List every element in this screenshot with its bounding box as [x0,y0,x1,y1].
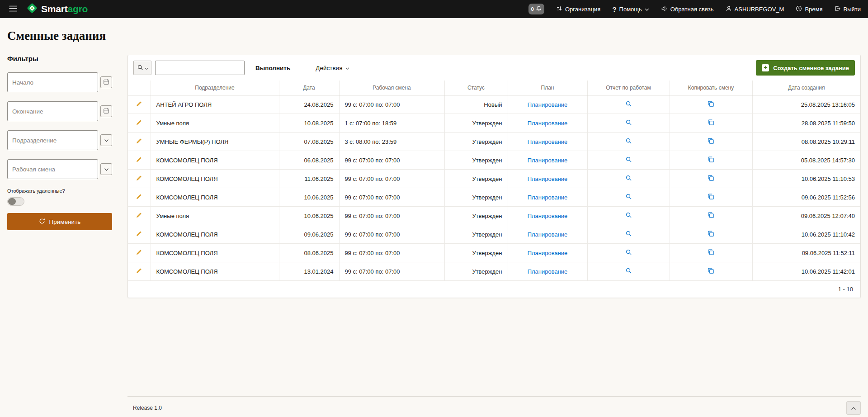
plan-link[interactable]: Планирование [528,157,568,164]
search-input[interactable] [155,61,245,75]
start-date-field [7,72,112,92]
edit-icon[interactable] [136,267,142,274]
page-title: Сменные задания [7,29,861,43]
work-shift-cell: 99 с: 07:00 по: 07:00 [339,170,444,188]
copy-shift-icon[interactable] [708,119,714,126]
plan-link[interactable]: Планирование [528,101,568,108]
copy-shift-icon[interactable] [708,230,714,237]
table-header-row: Подразделение Дата Рабочая смена Статус … [128,81,860,95]
chevron-down-icon [104,166,109,173]
report-search-icon[interactable] [625,249,632,256]
plan-link[interactable]: Планирование [528,175,568,182]
execute-button[interactable]: Выполнить [254,62,292,74]
report-search-icon[interactable] [625,212,632,218]
work-shift-select[interactable] [7,159,98,179]
copy-shift-icon[interactable] [708,100,714,107]
report-search-icon[interactable] [625,230,632,237]
edit-icon[interactable] [136,193,142,200]
table-row: КОМСОМОЛЕЦ ПОЛЯ 08.06.2025 99 с: 07:00 п… [128,244,860,262]
plan-link[interactable]: Планирование [528,138,568,145]
end-date-input[interactable] [7,101,98,121]
notification-count-badge: 0 [531,6,534,12]
smartagro-logo-icon [26,2,38,16]
edit-icon[interactable] [136,156,142,163]
shift-tasks-table: Подразделение Дата Рабочая смена Статус … [128,81,860,281]
report-search-icon[interactable] [625,193,632,200]
copy-shift-cell [670,95,752,114]
copy-shift-cell [670,244,752,262]
division-cell: КОМСОМОЛЕЦ ПОЛЯ [151,225,279,244]
copy-shift-icon[interactable] [708,193,714,200]
search-options-button[interactable] [133,61,151,75]
edit-cell [128,170,151,188]
report-search-icon[interactable] [625,100,632,107]
report-search-icon[interactable] [625,175,632,181]
report-search-icon[interactable] [625,156,632,163]
edit-cell [128,207,151,225]
column-header-created: Дата создания [752,81,860,95]
table-row: КОМСОМОЛЕЦ ПОЛЯ 09.06.2025 99 с: 07:00 п… [128,225,860,244]
work-shift-cell: 99 с: 07:00 по: 07:00 [339,95,444,114]
copy-shift-icon[interactable] [708,137,714,144]
work-report-cell [587,207,670,225]
edit-icon[interactable] [136,175,142,181]
time-button[interactable]: Время [796,5,822,13]
create-shift-task-button[interactable]: + Создать сменное задание [756,60,855,76]
scroll-to-top-button[interactable] [846,401,861,415]
logout-button[interactable]: Выйти [835,5,861,13]
work-shift-field [7,159,112,179]
copy-shift-icon[interactable] [708,249,714,256]
hamburger-menu-button[interactable] [7,4,19,15]
plan-link[interactable]: Планирование [528,194,568,201]
work-shift-select-button[interactable] [100,163,112,175]
end-date-picker-button[interactable] [100,105,112,117]
work-report-cell [587,170,670,188]
report-search-icon[interactable] [625,119,632,126]
plan-cell: Планирование [508,95,587,114]
copy-shift-icon[interactable] [708,212,714,218]
show-deleted-toggle[interactable] [7,197,24,206]
status-cell: Утвержден [444,114,508,133]
edit-icon[interactable] [136,119,142,126]
copy-shift-icon[interactable] [708,175,714,181]
table-row: КОМСОМОЛЕЦ ПОЛЯ 13.01.2024 99 с: 07:00 п… [128,262,860,281]
edit-icon[interactable] [136,249,142,256]
status-cell: Утвержден [444,151,508,170]
pagination: 1 - 10 [128,281,860,298]
organization-button[interactable]: Организация [556,5,600,13]
apply-filters-button[interactable]: Применить [7,213,112,230]
created-date-cell: 28.08.2025 11:59:50 [752,114,860,133]
start-date-picker-button[interactable] [100,76,112,88]
notifications-button[interactable]: 0 [528,4,544,14]
plan-link[interactable]: Планирование [528,231,568,238]
plan-link[interactable]: Планирование [528,250,568,256]
copy-shift-icon[interactable] [708,267,714,274]
date-cell: 10.06.2025 [279,207,339,225]
actions-menu-button[interactable]: Действия [314,62,351,74]
start-date-input[interactable] [7,72,98,92]
plan-link[interactable]: Планирование [528,268,568,275]
division-select-button[interactable] [100,134,112,146]
report-search-icon[interactable] [625,137,632,144]
plan-cell: Планирование [508,244,587,262]
filters-title: Фильтры [7,55,112,62]
help-button[interactable]: ? Помощь [612,5,649,13]
edit-icon[interactable] [136,212,142,218]
report-search-icon[interactable] [625,267,632,274]
table-row: КОМСОМОЛЕЦ ПОЛЯ 11.06.2025 99 с: 07:00 п… [128,170,860,188]
division-select[interactable] [7,130,98,150]
edit-icon[interactable] [136,100,142,107]
copy-shift-icon[interactable] [708,156,714,163]
plan-link[interactable]: Планирование [528,213,568,219]
created-date-cell: 09.06.2025 12:07:40 [752,207,860,225]
feedback-button[interactable]: Обратная связь [661,5,714,13]
edit-icon[interactable] [136,230,142,237]
copy-shift-cell [670,114,752,133]
copy-shift-cell [670,151,752,170]
user-menu-button[interactable]: ASHURBEGOV_M [726,5,784,13]
plan-link[interactable]: Планирование [528,120,568,127]
edit-icon[interactable] [136,137,142,144]
work-report-cell [587,133,670,151]
created-date-cell: 10.06.2025 11:42:01 [752,262,860,281]
plus-icon: + [762,64,769,71]
